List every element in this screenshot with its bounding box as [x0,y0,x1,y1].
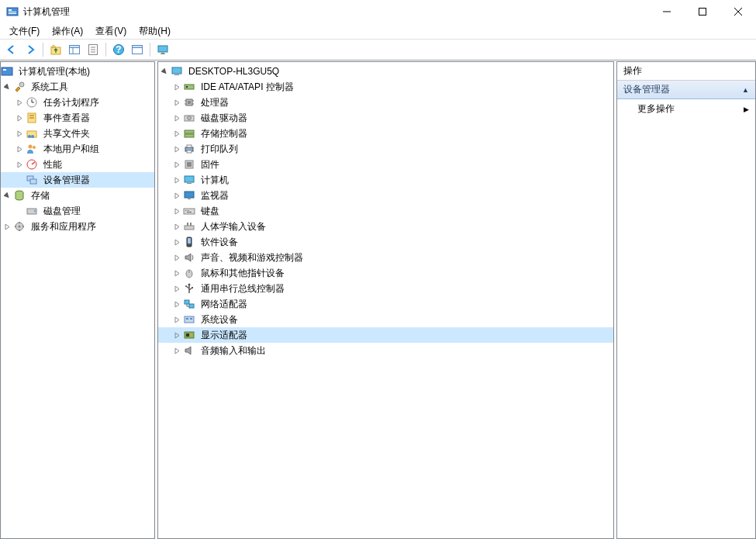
expander-open-icon[interactable] [1,189,13,202]
printer-icon [183,143,195,155]
tree-performance[interactable]: 性能 [1,157,154,172]
expander-open-icon[interactable] [158,65,171,78]
expander-closed-icon[interactable] [171,329,183,341]
expander-closed-icon[interactable] [171,143,183,155]
tree-local-users[interactable]: 本地用户和组 [1,141,154,157]
expander-closed-icon[interactable] [171,189,183,202]
console-tree-pane[interactable]: 计算机管理(本地) 系统工具 任务计划程序 事件查看器 [0,61,155,539]
tree-disk-management[interactable]: 磁盘管理 [1,203,154,219]
svg-rect-64 [187,162,192,167]
device-mice[interactable]: 鼠标和其他指针设备 [158,265,613,281]
tree-event-viewer[interactable]: 事件查看器 [1,110,154,126]
tree-label: 计算机管理(本地) [16,64,92,79]
svg-rect-2 [9,12,16,12]
users-icon [26,143,38,155]
expander-closed-icon[interactable] [171,220,183,233]
expander-closed-icon[interactable] [171,313,183,326]
device-firmware[interactable]: 固件 [158,157,613,172]
monitor-button[interactable] [154,41,171,58]
device-print-queues[interactable]: 打印队列 [158,141,613,157]
expander-open-icon[interactable] [1,81,13,93]
device-storage-controllers[interactable]: 存储控制器 [158,126,613,141]
tree-device-manager[interactable]: 设备管理器 [1,172,154,188]
device-display-adapters[interactable]: 显示适配器 [158,327,613,343]
svg-rect-72 [188,210,189,211]
device-label: 音频输入和输出 [198,344,268,358]
submenu-arrow-icon: ▶ [744,105,749,113]
device-monitors[interactable]: 监视器 [158,188,613,203]
menu-file[interactable]: 文件(F) [3,23,46,40]
expander-closed-icon[interactable] [171,282,183,295]
svg-rect-69 [184,209,195,214]
svg-rect-22 [161,54,165,54]
expander-closed-icon[interactable] [171,96,183,109]
device-audio-io[interactable]: 音频输入和输出 [158,343,613,358]
tree-root-computer-management[interactable]: 计算机管理(本地) [1,64,154,79]
device-keyboards[interactable]: 键盘 [158,203,613,219]
device-hid[interactable]: 人体学输入设备 [158,219,613,234]
expander-closed-icon[interactable] [171,205,183,217]
device-system[interactable]: 系统设备 [158,312,613,327]
expander-closed-icon[interactable] [171,127,183,140]
expander-closed-icon[interactable] [13,143,26,155]
expander-closed-icon[interactable] [13,127,26,140]
maximize-button[interactable] [685,0,720,23]
actions-header-label: 设备管理器 [623,83,670,96]
device-ide[interactable]: IDE ATA/ATAPI 控制器 [158,79,613,95]
device-label: 计算机 [198,173,231,188]
show-hide-tree-button[interactable] [66,41,83,58]
tree-label: 磁盘管理 [41,204,83,219]
expander-closed-icon[interactable] [13,112,26,124]
device-usb[interactable]: 通用串行总线控制器 [158,281,613,296]
back-button[interactable] [3,41,20,58]
properties-button[interactable] [85,41,102,58]
expander-closed-icon[interactable] [171,236,183,248]
expander-closed-icon[interactable] [171,298,183,310]
svg-text:?: ? [116,44,121,55]
tree-system-tools[interactable]: 系统工具 [1,79,154,95]
expander-closed-icon[interactable] [171,158,183,171]
svg-rect-67 [185,192,194,198]
expander-closed-icon[interactable] [171,112,183,124]
device-disk-drives[interactable]: 磁盘驱动器 [158,110,613,126]
expander-closed-icon[interactable] [171,174,183,186]
device-sound[interactable]: 声音、视频和游戏控制器 [158,250,613,265]
tree-shared-folders[interactable]: 共享文件夹 [1,126,154,141]
menu-view[interactable]: 查看(V) [89,23,133,40]
device-label: 软件设备 [198,235,240,250]
device-computers[interactable]: 计算机 [158,172,613,188]
tree-label: 任务计划程序 [41,95,102,110]
minimize-button[interactable] [649,0,685,23]
svg-rect-91 [190,318,192,320]
device-processors[interactable]: 处理器 [158,95,613,110]
device-software[interactable]: 软件设备 [158,234,613,250]
expander-closed-icon[interactable] [13,96,26,109]
device-computer-node[interactable]: DESKTOP-HL3GU5Q [158,64,613,79]
tree-task-scheduler[interactable]: 任务计划程序 [1,95,154,110]
svg-rect-5 [699,9,706,16]
tree-storage[interactable]: 存储 [1,188,154,203]
up-level-button[interactable] [47,41,64,58]
tree-label: 共享文件夹 [41,126,92,141]
menu-help[interactable]: 帮助(H) [133,23,177,40]
actions-more-label: 更多操作 [637,102,675,116]
device-tree-pane[interactable]: DESKTOP-HL3GU5Q IDE ATA/ATAPI 控制器 处理器 磁盘… [157,61,614,539]
refresh-button[interactable] [129,41,146,58]
menu-action[interactable]: 操作(A) [46,23,89,40]
device-network[interactable]: 网络适配器 [158,296,613,312]
expander-closed-icon[interactable] [171,81,183,93]
svg-rect-73 [187,212,192,212]
expander-closed-icon[interactable] [171,251,183,264]
tree-services-apps[interactable]: 服务和应用程序 [1,219,154,234]
actions-more[interactable]: 更多操作 ▶ [617,99,755,119]
expander-closed-icon[interactable] [171,344,183,357]
close-button[interactable] [720,0,756,23]
window-title: 计算机管理 [23,5,649,19]
expander-closed-icon[interactable] [171,267,183,279]
expander-closed-icon[interactable] [1,220,13,233]
actions-header[interactable]: 设备管理器 ▲ [617,81,755,99]
forward-button[interactable] [22,41,39,58]
help-button[interactable]: ? [110,41,127,58]
computer-icon [183,174,195,186]
expander-closed-icon[interactable] [13,158,26,171]
